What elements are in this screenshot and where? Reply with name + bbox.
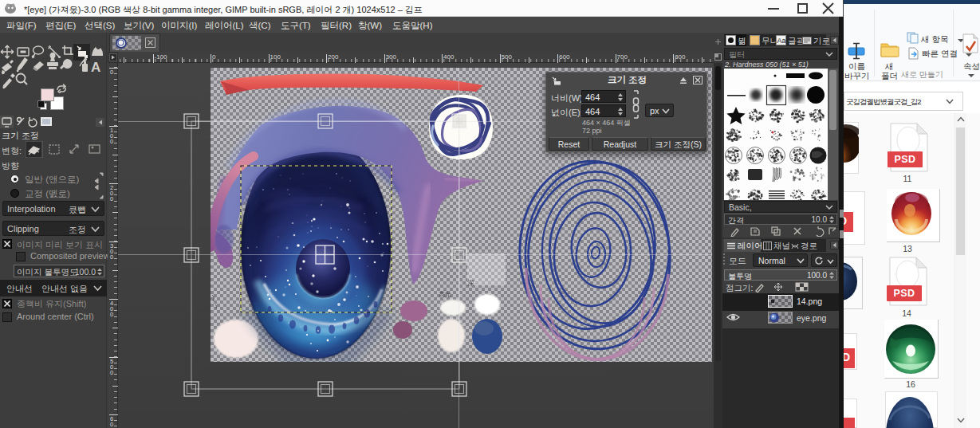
svg-text:高光: 高光 [439,291,451,298]
svg-text:深: 深 [467,279,474,287]
svg-text:Aa: Aa [777,37,786,45]
svg-text:A: A [91,60,100,75]
